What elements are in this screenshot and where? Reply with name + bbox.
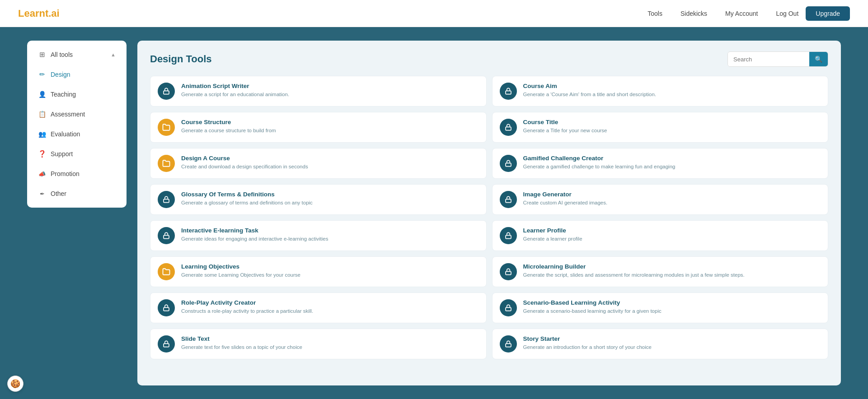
tool-desc-slide-text: Generate text for five slides on a topic…: [181, 343, 479, 351]
sidebar-item-label: Other: [51, 190, 66, 197]
tool-card-animation-script[interactable]: Animation Script WriterGenerate a script…: [150, 76, 487, 107]
tool-card-microlearning-builder[interactable]: Microlearning BuilderGenerate the script…: [492, 256, 829, 287]
tool-card-scenario-based[interactable]: Scenario-Based Learning ActivityGenerate…: [492, 292, 829, 323]
tool-desc-microlearning-builder: Generate the script, slides and assessme…: [523, 271, 821, 278]
header: Learnt.ai Tools Sidekicks My Account Log…: [0, 0, 868, 27]
sidebar-item-label: Teaching: [51, 91, 76, 98]
tools-grid: Animation Script WriterGenerate a script…: [150, 76, 828, 359]
tool-name-course-aim: Course Aim: [523, 83, 821, 89]
tool-card-story-starter[interactable]: Story StarterGenerate an introduction fo…: [492, 329, 829, 359]
sidebar-item-all-tools[interactable]: ⊞ All tools ▲: [30, 45, 124, 64]
svg-rect-8: [506, 271, 511, 274]
sidebar-item-other[interactable]: ✒ Other: [30, 184, 124, 203]
tool-card-learning-objectives[interactable]: Learning ObjectivesGenerate some Learnin…: [150, 256, 487, 287]
sidebar-item-promotion[interactable]: 📣 Promotion: [30, 164, 124, 183]
tool-icon-course-structure: [158, 119, 175, 136]
content-header: Design Tools 🔍: [150, 51, 828, 67]
svg-rect-2: [506, 127, 511, 130]
tool-card-gamified-challenge[interactable]: Gamified Challenge CreatorGenerate a gam…: [492, 148, 829, 179]
tool-desc-learning-objectives: Generate some Learning Objectives for yo…: [181, 271, 479, 278]
svg-rect-1: [506, 91, 511, 94]
tool-name-scenario-based: Scenario-Based Learning Activity: [523, 299, 821, 306]
tool-card-image-generator[interactable]: Image GeneratorCreate custom AI generate…: [492, 184, 829, 215]
tool-icon-scenario-based: [500, 299, 517, 316]
tool-desc-image-generator: Create custom AI generated images.: [523, 199, 821, 206]
cookie-button[interactable]: 🍪: [7, 376, 23, 392]
tool-icon-interactive-elearning: [158, 227, 175, 244]
svg-rect-9: [164, 307, 169, 311]
tool-icon-image-generator: [500, 191, 517, 208]
main-layout: ⊞ All tools ▲ ✏ Design 👤 Teaching 📋 Asse…: [0, 27, 868, 399]
svg-rect-11: [164, 343, 169, 347]
tool-name-image-generator: Image Generator: [523, 191, 821, 198]
tool-card-slide-text[interactable]: Slide TextGenerate text for five slides …: [150, 329, 487, 359]
assessment-icon: 📋: [38, 110, 46, 118]
sidebar-item-label: All tools: [51, 51, 73, 58]
sidebar-item-label: Support: [51, 150, 73, 158]
tool-desc-animation-script: Generate a script for an educational ani…: [181, 91, 479, 98]
svg-rect-5: [506, 199, 511, 202]
header-actions: Log Out Upgrade: [776, 6, 850, 21]
tool-card-course-structure[interactable]: Course StructureGenerate a course struct…: [150, 112, 487, 143]
sidebar-item-support[interactable]: ❓ Support: [30, 144, 124, 163]
tool-desc-course-aim: Generate a 'Course Aim' from a title and…: [523, 91, 821, 98]
promotion-icon: 📣: [38, 170, 46, 178]
svg-rect-6: [164, 235, 169, 238]
search-button[interactable]: 🔍: [809, 52, 828, 66]
svg-rect-0: [164, 91, 169, 94]
tool-icon-story-starter: [500, 335, 517, 353]
sidebar-item-assessment[interactable]: 📋 Assessment: [30, 105, 124, 124]
tool-card-learner-profile[interactable]: Learner ProfileGenerate a learner profil…: [492, 220, 829, 251]
tool-desc-course-title: Generate a Title for your new course: [523, 127, 821, 134]
tool-card-interactive-elearning[interactable]: Interactive E-learning TaskGenerate idea…: [150, 220, 487, 251]
tool-icon-learner-profile: [500, 227, 517, 244]
tool-card-course-aim[interactable]: Course AimGenerate a 'Course Aim' from a…: [492, 76, 829, 107]
tool-card-design-course[interactable]: Design A CourseCreate and download a des…: [150, 148, 487, 179]
tool-name-learner-profile: Learner Profile: [523, 227, 821, 234]
tool-icon-roleplay-activity: [158, 299, 175, 316]
tool-desc-story-starter: Generate an introduction for a short sto…: [523, 343, 821, 351]
logo[interactable]: Learnt.ai: [18, 8, 60, 19]
sidebar-item-label: Design: [51, 71, 70, 78]
tool-desc-gamified-challenge: Generate a gamified challenge to make le…: [523, 163, 821, 170]
sidebar-item-teaching[interactable]: 👤 Teaching: [30, 85, 124, 104]
tool-desc-scenario-based: Generate a scenario-based learning activ…: [523, 307, 821, 315]
tool-icon-gamified-challenge: [500, 155, 517, 172]
tool-card-roleplay-activity[interactable]: Role-Play Activity CreatorConstructs a r…: [150, 292, 487, 323]
tool-icon-learning-objectives: [158, 263, 175, 280]
support-icon: ❓: [38, 150, 46, 158]
evaluation-icon: 👥: [38, 130, 46, 138]
tool-name-microlearning-builder: Microlearning Builder: [523, 263, 821, 270]
content-area: Design Tools 🔍 Animation Script WriterGe…: [137, 41, 841, 385]
svg-rect-4: [164, 199, 169, 202]
tool-name-course-structure: Course Structure: [181, 119, 479, 125]
tool-icon-slide-text: [158, 335, 175, 353]
tool-desc-roleplay-activity: Constructs a role-play activity to pract…: [181, 307, 479, 315]
tool-name-interactive-elearning: Interactive E-learning Task: [181, 227, 479, 234]
search-input[interactable]: [728, 52, 809, 66]
tool-desc-course-structure: Generate a course structure to build fro…: [181, 127, 479, 134]
sidebar: ⊞ All tools ▲ ✏ Design 👤 Teaching 📋 Asse…: [27, 41, 127, 208]
tool-name-roleplay-activity: Role-Play Activity Creator: [181, 299, 479, 306]
nav-tools[interactable]: Tools: [647, 10, 662, 17]
tool-name-learning-objectives: Learning Objectives: [181, 263, 479, 270]
tool-name-story-starter: Story Starter: [523, 335, 821, 342]
tool-card-course-title[interactable]: Course TitleGenerate a Title for your ne…: [492, 112, 829, 143]
tool-desc-glossary: Generate a glossary of terms and definit…: [181, 199, 479, 206]
nav-sidekicks[interactable]: Sidekicks: [680, 10, 707, 17]
upgrade-button[interactable]: Upgrade: [806, 6, 850, 21]
svg-rect-12: [506, 343, 511, 347]
tool-card-glossary[interactable]: Glossary Of Terms & DefinitionsGenerate …: [150, 184, 487, 215]
tool-name-glossary: Glossary Of Terms & Definitions: [181, 191, 479, 198]
logout-button[interactable]: Log Out: [776, 10, 798, 17]
tool-name-slide-text: Slide Text: [181, 335, 479, 342]
nav-my-account[interactable]: My Account: [725, 10, 758, 17]
sidebar-item-evaluation[interactable]: 👥 Evaluation: [30, 125, 124, 144]
teaching-icon: 👤: [38, 90, 46, 98]
tool-name-gamified-challenge: Gamified Challenge Creator: [523, 155, 821, 162]
svg-rect-10: [506, 307, 511, 311]
svg-rect-7: [506, 235, 511, 238]
tool-icon-course-aim: [500, 83, 517, 100]
sidebar-item-label: Assessment: [51, 111, 85, 118]
sidebar-item-design[interactable]: ✏ Design: [30, 65, 124, 84]
